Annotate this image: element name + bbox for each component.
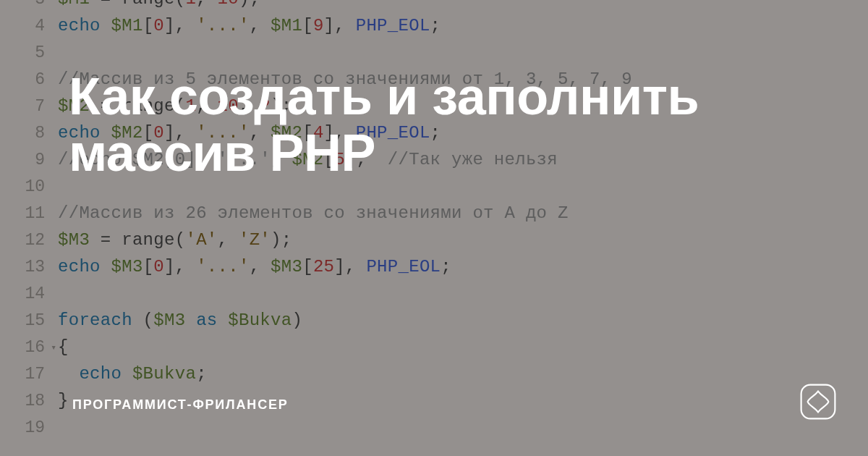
svg-rect-0 — [801, 385, 835, 419]
headline-text: Как создать и заполнить массив PHP — [69, 69, 825, 182]
platform-logo-icon — [799, 382, 838, 421]
author-label: ПРОГРАММИСТ-ФРИЛАНСЕР — [72, 397, 289, 413]
